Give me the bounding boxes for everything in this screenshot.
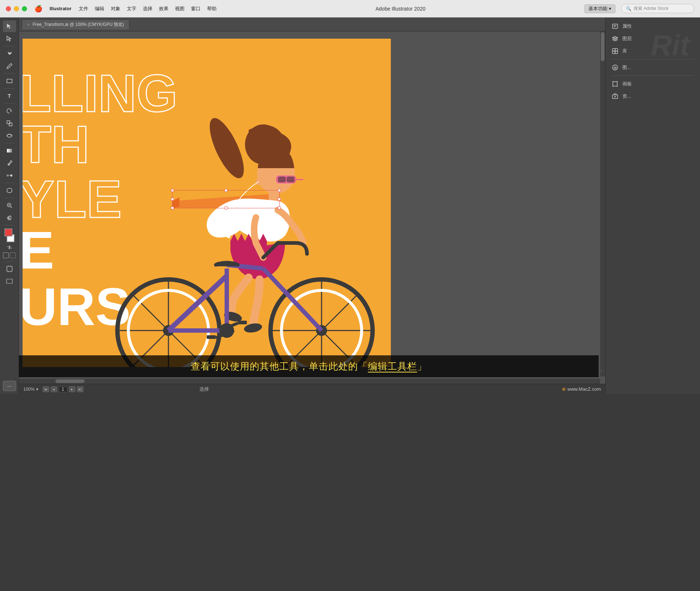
artboard-tool-btn[interactable]: [3, 263, 16, 275]
title-bar-right: 基本功能 ▾ 🔍 搜索 Adobe Stock: [584, 4, 694, 13]
menu-view[interactable]: 视图: [175, 5, 184, 12]
traffic-lights: [6, 6, 27, 11]
zoom-tool[interactable]: [3, 200, 16, 211]
watermark-icon: ⊕: [562, 386, 566, 392]
draw-normal-icon[interactable]: [3, 252, 9, 258]
apple-logo: 🍎: [34, 5, 42, 13]
scrollbar-thumb-v[interactable]: [601, 32, 604, 61]
warp-tool[interactable]: [3, 130, 16, 142]
subtitle-text: 查看可以使用的其他工具，单击此处的「编辑工具栏」: [191, 360, 427, 373]
svg-rect-9: [7, 266, 12, 271]
svg-text:YLE: YLE: [23, 170, 122, 229]
canvas-wrapper[interactable]: LLING TH YLE E URS: [19, 31, 605, 384]
tab-close-btn[interactable]: ×: [27, 22, 30, 27]
menu-help[interactable]: 帮助: [207, 5, 217, 12]
prev-page-btn[interactable]: ◂: [51, 386, 57, 392]
menu-object[interactable]: 对象: [111, 5, 120, 12]
svg-point-7: [10, 174, 12, 177]
svg-point-5: [8, 164, 9, 165]
maximize-button[interactable]: [22, 6, 27, 11]
draw-behind-icon[interactable]: [10, 252, 16, 258]
selection-tool[interactable]: [3, 20, 16, 32]
document-tab[interactable]: × Free_Transform.ai @ 100% (CMYK/GPU 预览): [22, 19, 129, 30]
right-panel: 属性 图层 库 图...: [605, 18, 700, 394]
svg-rect-10: [7, 279, 12, 283]
svg-rect-4: [7, 149, 12, 152]
subtitle-highlight: 编辑工具栏: [368, 361, 417, 372]
svg-rect-23: [287, 177, 295, 182]
subtitle-bar: 查看可以使用的其他工具，单击此处的「编辑工具栏」: [19, 355, 599, 377]
menu-text[interactable]: 文字: [127, 5, 136, 12]
draw-mode[interactable]: [3, 252, 16, 258]
menu-select[interactable]: 选择: [143, 5, 152, 12]
menu-effect[interactable]: 效果: [159, 5, 168, 12]
image-icon: [611, 64, 619, 71]
properties-label: 属性: [622, 23, 632, 30]
layers-icon: [611, 35, 619, 42]
rotate-tool[interactable]: [3, 105, 16, 117]
separator-6: [4, 183, 15, 183]
next-page-btn[interactable]: ▸: [69, 386, 75, 392]
scrollbar-thumb-h[interactable]: [55, 379, 85, 383]
svg-rect-52: [612, 49, 615, 51]
svg-point-28: [227, 235, 230, 238]
fill-swatch[interactable]: [4, 228, 12, 236]
type-tool[interactable]: T: [3, 90, 16, 102]
more-tools-button[interactable]: ···: [3, 381, 16, 391]
page-input[interactable]: [59, 386, 67, 392]
svg-rect-48: [207, 335, 216, 339]
app-container: T: [0, 18, 700, 394]
status-bar: 100% ▾ |◂ ◂ ▸ ▸| 选择 ⊕ www.MacZ.com: [19, 384, 605, 394]
svg-rect-54: [612, 51, 615, 54]
separator-9: [4, 261, 15, 262]
svg-marker-17: [172, 197, 179, 208]
first-page-btn[interactable]: |◂: [43, 386, 49, 392]
workspace-selector[interactable]: 基本功能 ▾: [584, 4, 615, 13]
scrollbar-horizontal[interactable]: [19, 379, 600, 384]
panel-assets[interactable]: 资...: [608, 90, 698, 102]
svg-rect-55: [615, 51, 618, 54]
gradient-tool[interactable]: [3, 145, 16, 157]
tab-filename: Free_Transform.ai @ 100% (CMYK/GPU 预览): [32, 22, 124, 28]
minimize-button[interactable]: [14, 6, 19, 11]
svg-text:TH: TH: [23, 115, 89, 174]
zoom-section[interactable]: 100% ▾: [23, 387, 38, 392]
rectangle-tool[interactable]: [3, 75, 16, 87]
pencil-tool[interactable]: [3, 60, 16, 72]
svg-rect-49: [612, 24, 618, 28]
zoom-level: 100%: [23, 387, 35, 392]
left-toolbar: T: [0, 18, 19, 394]
separator-3: [4, 88, 15, 89]
panel-artboards[interactable]: 画板: [608, 78, 698, 90]
blend-tool[interactable]: [3, 170, 16, 181]
separator-2: [4, 73, 15, 74]
artboards-icon: [611, 80, 619, 88]
lasso-tool[interactable]: [3, 185, 16, 196]
adobe-stock-search[interactable]: 🔍 搜索 Adobe Stock: [621, 4, 694, 13]
last-page-btn[interactable]: ▸|: [77, 386, 83, 392]
scale-tool[interactable]: [3, 117, 16, 129]
svg-rect-0: [7, 79, 12, 83]
zoom-dropdown-icon[interactable]: ▾: [36, 387, 38, 392]
hand-tool[interactable]: [3, 212, 16, 224]
eyedropper-tool[interactable]: [3, 157, 16, 169]
menu-window[interactable]: 窗口: [191, 5, 201, 12]
color-swatches[interactable]: [3, 228, 16, 242]
panel-properties[interactable]: 属性: [608, 20, 698, 32]
menu-bar: 文件 编辑 对象 文字 选择 效果 视图 窗口 帮助: [79, 5, 217, 12]
rit-decorative-text: Rit: [651, 33, 700, 58]
scrollbar-vertical[interactable]: ›: [600, 31, 605, 376]
menu-file[interactable]: 文件: [79, 5, 88, 12]
pen-tool[interactable]: [3, 48, 16, 59]
close-button[interactable]: [6, 6, 11, 11]
properties-icon: [611, 23, 619, 30]
screen-mode-btn[interactable]: [3, 275, 16, 287]
artboard-container: LLING TH YLE E URS: [23, 39, 599, 377]
swap-colors[interactable]: [7, 245, 12, 250]
svg-rect-2: [9, 123, 12, 126]
menu-edit[interactable]: 编辑: [95, 5, 104, 12]
panel-collapse-btn[interactable]: ›: [601, 369, 602, 373]
svg-rect-58: [613, 82, 617, 86]
panel-image[interactable]: 图...: [608, 62, 698, 73]
direct-selection-tool[interactable]: [3, 33, 16, 45]
